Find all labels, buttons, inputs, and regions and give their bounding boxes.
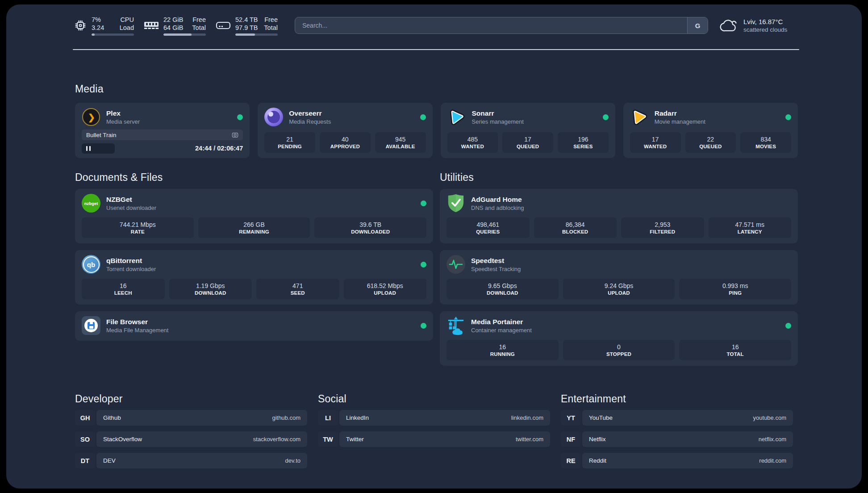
bookmark-domain: twitter.com xyxy=(516,436,543,443)
now-playing-title: Bullet Train xyxy=(86,132,117,138)
bookmark-linkedin[interactable]: LI LinkedInlinkedin.com xyxy=(318,410,550,426)
stat-upload: 618.52 MbpsUPLOAD xyxy=(344,279,427,299)
app-card-overseerr[interactable]: Overseerr Media Requests 21PENDING 40APP… xyxy=(258,103,432,158)
bookmark-dev[interactable]: DT DEVdev.to xyxy=(75,453,307,468)
memory-total-value: 64 GiB xyxy=(163,24,183,32)
bookmark-name: Github xyxy=(103,414,121,421)
cpu-label: CPU xyxy=(120,16,134,24)
stat-movies: 834MOVIES xyxy=(740,132,791,153)
stat-series: 196SERIES xyxy=(558,132,609,153)
section-title-entertainment: Entertainment xyxy=(561,393,626,405)
status-dot xyxy=(785,114,791,120)
bookmark-abbr: RE xyxy=(561,453,581,468)
bookmark-reddit[interactable]: RE Redditreddit.com xyxy=(561,453,793,468)
nzbget-icon: nzbget xyxy=(82,194,100,213)
bookmark-name: Twitter xyxy=(346,436,364,443)
bookmark-github[interactable]: GH Githubgithub.com xyxy=(75,410,307,426)
app-card-qbittorrent[interactable]: qb qBittorrent Torrent downloader 16LEEC… xyxy=(75,250,433,305)
bookmark-abbr: GH xyxy=(75,410,95,426)
bookmark-domain: netflix.com xyxy=(759,436,786,443)
camera-icon xyxy=(232,132,238,138)
app-subtitle: Media Requests xyxy=(289,118,331,125)
bookmark-netflix[interactable]: NF Netflixnetflix.com xyxy=(561,431,793,447)
stat-rate: 744.21 MbpsRATE xyxy=(82,217,194,238)
bookmark-name: DEV xyxy=(103,457,116,464)
search-provider-button[interactable]: G xyxy=(687,17,708,33)
weather-location-temp: Lviv, 16.87°C xyxy=(743,17,787,26)
app-subtitle: Movie management xyxy=(655,118,705,125)
app-card-sonarr[interactable]: Sonarr Series management 485WANTED 17QUE… xyxy=(441,103,615,158)
app-card-nzbget[interactable]: nzbget NZBGet Usenet downloader 744.21 M… xyxy=(75,189,433,243)
portainer-icon xyxy=(447,316,465,335)
bookmark-youtube[interactable]: YT YouTubeyoutube.com xyxy=(561,410,793,426)
stat-queued: 17QUEUED xyxy=(502,132,553,153)
stat-seed: 471SEED xyxy=(256,279,339,299)
app-card-plex[interactable]: ❯ Plex Media server Bullet Train 24:44 /… xyxy=(75,103,250,158)
stat-ping: 0.993 msPING xyxy=(679,279,791,299)
bookmark-abbr: DT xyxy=(75,453,95,468)
app-card-portainer[interactable]: Media Portainer Container management 16R… xyxy=(440,311,798,366)
section-title-utilities: Utilities xyxy=(440,171,474,184)
section-title-social: Social xyxy=(318,393,346,405)
disk-progress-bar xyxy=(235,33,278,36)
bookmark-domain: linkedin.com xyxy=(511,414,543,421)
status-dot xyxy=(785,323,791,329)
bookmark-name: LinkedIn xyxy=(346,414,369,421)
plex-icon: ❯ xyxy=(82,108,100,126)
adguard-icon xyxy=(447,194,465,213)
memory-icon xyxy=(144,20,159,31)
stat-queued: 22QUEUED xyxy=(685,132,736,153)
section-title-documents: Documents & Files xyxy=(75,171,163,184)
stat-pending: 21PENDING xyxy=(264,132,315,153)
app-name: Plex xyxy=(106,109,140,118)
app-card-filebrowser[interactable]: File Browser Media File Management xyxy=(75,311,433,341)
app-name: Media Portainer xyxy=(471,318,532,326)
stat-latency: 47.571 msLATENCY xyxy=(709,217,792,238)
header-divider xyxy=(73,49,799,50)
app-name: Overseerr xyxy=(289,109,331,118)
dashboard-panel: 7%CPU 3.24Load xyxy=(6,4,862,489)
app-subtitle: Series management xyxy=(472,118,524,125)
load-label: Load xyxy=(120,24,134,32)
overseerr-icon xyxy=(264,108,283,126)
section-title-developer: Developer xyxy=(75,393,123,405)
app-subtitle: Container management xyxy=(471,326,532,334)
bookmark-abbr: SO xyxy=(75,431,95,447)
bookmark-domain: youtube.com xyxy=(753,414,786,421)
app-subtitle: Media File Management xyxy=(106,326,168,334)
stat-download: 9.65 GbpsDOWNLOAD xyxy=(447,279,559,299)
app-subtitle: Torrent downloader xyxy=(106,265,156,273)
stat-download: 1.19 GbpsDOWNLOAD xyxy=(169,279,252,299)
qbittorrent-icon: qb xyxy=(82,255,100,274)
media-grid: ❯ Plex Media server Bullet Train 24:44 /… xyxy=(75,103,798,158)
total-label: Total xyxy=(192,24,206,32)
entertainment-links: YT YouTubeyoutube.com NF Netflixnetflix.… xyxy=(561,410,793,468)
bookmark-abbr: LI xyxy=(318,410,338,426)
app-card-speedtest[interactable]: Speedtest Speedtest Tracking 9.65 GbpsDO… xyxy=(440,250,798,305)
disk-free-value: 52.4 TB xyxy=(235,16,258,24)
bookmark-stackoverflow[interactable]: SO StackOverflowstackoverflow.com xyxy=(75,431,307,447)
app-subtitle: Media server xyxy=(106,118,140,125)
memory-free-value: 22 GiB xyxy=(163,16,183,24)
stat-leech: 16LEECH xyxy=(82,279,165,299)
app-name: AdGuard Home xyxy=(471,195,524,204)
search-input[interactable] xyxy=(295,17,687,33)
pause-button[interactable] xyxy=(82,143,115,154)
disk-icon xyxy=(216,20,231,31)
app-card-radarr[interactable]: Radarr Movie management 17WANTED 22QUEUE… xyxy=(623,103,798,158)
cpu-chip-icon xyxy=(74,19,87,32)
stat-downloaded: 39.6 TBDOWNLOADED xyxy=(314,217,426,238)
weather-condition: scattered clouds xyxy=(743,26,787,34)
bookmark-twitter[interactable]: TW Twittertwitter.com xyxy=(318,431,550,447)
stat-wanted: 17WANTED xyxy=(630,132,681,153)
system-stats: 7%CPU 3.24Load xyxy=(74,16,278,36)
stat-remaining: 266 GBREMAINING xyxy=(198,217,310,238)
app-card-adguard[interactable]: AdGuard Home DNS and adblocking 498,461Q… xyxy=(440,189,798,243)
status-dot xyxy=(420,114,426,120)
social-links: LI LinkedInlinkedin.com TW Twittertwitte… xyxy=(318,410,550,447)
free-label: Free xyxy=(264,16,278,24)
app-subtitle: Speedtest Tracking xyxy=(471,265,521,273)
filebrowser-icon xyxy=(82,316,100,335)
search-bar: G xyxy=(295,17,708,34)
memory-progress-bar xyxy=(163,33,206,36)
